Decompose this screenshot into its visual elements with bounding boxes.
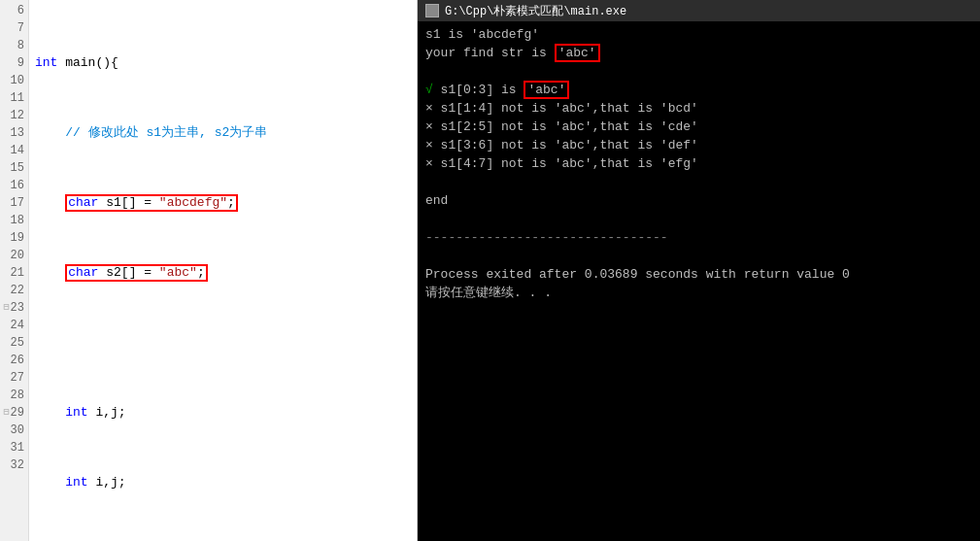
line-num: 31 bbox=[0, 439, 24, 456]
console-line-press: 请按任意键继续. . . bbox=[425, 284, 972, 302]
line-num: 15 bbox=[0, 159, 24, 177]
line-num: 8 bbox=[0, 37, 24, 54]
line-num: 27 bbox=[0, 369, 24, 387]
console-line-process: Process exited after 0.03689 seconds wit… bbox=[425, 265, 972, 284]
code-line-11: int i,j; bbox=[35, 404, 411, 422]
line-num: 9 bbox=[0, 54, 24, 72]
code-content: int main(){ // 修改此处 s1为主串, s2为子串 char s1… bbox=[29, 0, 417, 541]
line-num: 30 bbox=[0, 422, 24, 439]
line-num: 19 bbox=[0, 229, 24, 247]
console-line-cross4: × s1[4:7] not is 'abc',that is 'efg' bbox=[425, 154, 972, 173]
line-num: 23 bbox=[11, 299, 24, 317]
line-num: 17 bbox=[0, 194, 24, 212]
code-line-12: int i,j; bbox=[35, 474, 411, 491]
line-num: 28 bbox=[0, 387, 24, 404]
line-num: 20 bbox=[0, 247, 24, 264]
console-line-separator: -------------------------------- bbox=[425, 228, 972, 247]
highlight-abc-2: 'abc' bbox=[524, 81, 569, 99]
console-line-check: √ s1[0:3] is 'abc' bbox=[425, 81, 972, 99]
line-num: 12 bbox=[0, 107, 24, 124]
highlight-abc-1: 'abc' bbox=[555, 44, 600, 62]
line-num: 22 bbox=[0, 282, 24, 299]
code-line-6: int main(){ bbox=[35, 54, 411, 72]
code-line-7: // 修改此处 s1为主串, s2为子串 bbox=[35, 124, 411, 142]
console-line-blank1 bbox=[425, 62, 972, 81]
line-num: 25 bbox=[0, 334, 24, 352]
console-line-blank4 bbox=[425, 247, 972, 265]
line-numbers: 6 7 8 9 10 11 12 13 14 15 16 17 18 19 20… bbox=[0, 0, 29, 541]
console-line-cross1: × s1[1:4] not is 'abc',that is 'bcd' bbox=[425, 99, 972, 118]
console-line-cross3: × s1[3:6] not is 'abc',that is 'def' bbox=[425, 136, 972, 154]
console-line-blank2 bbox=[425, 173, 972, 191]
console-panel: G:\Cpp\朴素模式匹配\main.exe s1 is 'abcdefg' y… bbox=[418, 0, 980, 541]
line-num: 32 bbox=[0, 456, 24, 474]
console-line-end: end bbox=[425, 191, 972, 210]
console-line-blank3 bbox=[425, 210, 972, 228]
line-num: 21 bbox=[0, 264, 24, 282]
line-num: 26 bbox=[0, 352, 24, 369]
console-titlebar: G:\Cpp\朴素模式匹配\main.exe bbox=[418, 0, 980, 21]
line-num: 18 bbox=[0, 212, 24, 229]
console-line-2: your find str is 'abc' bbox=[425, 44, 972, 62]
code-line-8: char s1[] = "abcdefg"; bbox=[35, 194, 411, 212]
console-line-cross2: × s1[2:5] not is 'abc',that is 'cde' bbox=[425, 118, 972, 136]
line-num: 14 bbox=[0, 142, 24, 159]
console-title-icon bbox=[425, 4, 439, 17]
line-num: 29 bbox=[11, 404, 24, 422]
line-num: 11 bbox=[0, 89, 24, 107]
console-line-1: s1 is 'abcdefg' bbox=[425, 25, 972, 44]
line-num: 7 bbox=[0, 19, 24, 37]
console-title-text: G:\Cpp\朴素模式匹配\main.exe bbox=[445, 3, 626, 19]
code-line-10 bbox=[35, 334, 411, 352]
code-editor-panel: 6 7 8 9 10 11 12 13 14 15 16 17 18 19 20… bbox=[0, 0, 418, 541]
line-num: 16 bbox=[0, 177, 24, 194]
line-num: 6 bbox=[0, 2, 24, 19]
line-num: 24 bbox=[0, 317, 24, 334]
line-num: 10 bbox=[0, 72, 24, 89]
code-line-9: char s2[] = "abc"; bbox=[35, 264, 411, 282]
console-output: s1 is 'abcdefg' your find str is 'abc' √… bbox=[418, 21, 980, 541]
line-num: 13 bbox=[0, 124, 24, 142]
